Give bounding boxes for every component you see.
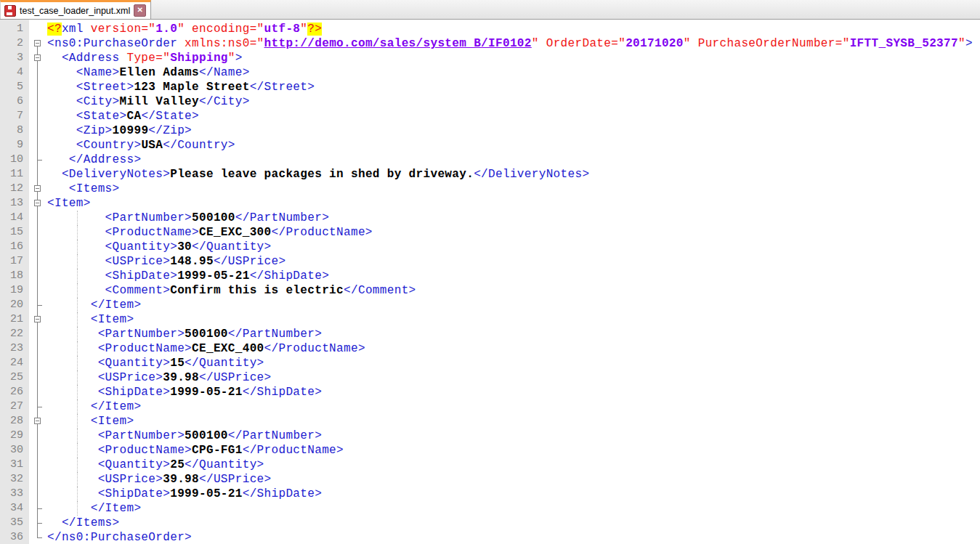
line-number: 20: [0, 298, 29, 312]
code-line[interactable]: <ProductName>CE_EXC_300</ProductName>: [47, 225, 980, 240]
code-area[interactable]: <?xml version="1.0" encoding="utf-8"?><n…: [45, 20, 980, 544]
code-segment-attr: version=": [84, 23, 156, 36]
code-line[interactable]: <PartNumber>500100</PartNumber>: [47, 327, 980, 341]
code-segment-tag: </PartNumber>: [228, 328, 322, 341]
code-line[interactable]: <Quantity>15</Quantity>: [47, 356, 980, 370]
code-segment-tag: </PartNumber>: [235, 211, 329, 224]
fold-toggle-icon[interactable]: [29, 312, 45, 327]
code-line[interactable]: <DeliveryNotes>Please leave packages in …: [47, 167, 980, 182]
code-line[interactable]: <Item>: [47, 312, 980, 327]
code-segment-pi: <?: [47, 23, 62, 36]
fold-marker: [29, 65, 45, 80]
line-number: 31: [0, 458, 29, 472]
line-number: 5: [0, 80, 29, 94]
fold-marker: [29, 443, 45, 458]
fold-marker: [29, 472, 45, 487]
code-segment-tag: <Item>: [47, 415, 134, 428]
code-segment-val: 20171020: [625, 37, 684, 50]
code-segment-text: USA: [141, 139, 163, 152]
line-number: 34: [0, 501, 29, 516]
code-line[interactable]: <City>Mill Valley</City>: [47, 94, 980, 109]
line-number: 6: [0, 94, 29, 109]
code-line[interactable]: <Items>: [47, 182, 980, 196]
fold-marker: [29, 22, 45, 36]
code-line[interactable]: <Comment>Confirm this is electric</Comme…: [47, 283, 980, 298]
code-line[interactable]: <ProductName>CE_EXC_400</ProductName>: [47, 341, 980, 356]
fold-marker: [29, 283, 45, 298]
line-number: 30: [0, 443, 29, 458]
code-segment-tag: </ProductName>: [264, 342, 365, 355]
xml-editor-window: test_case_loader_input.xml ✕ 12345678910…: [0, 0, 980, 544]
code-line[interactable]: <Item>: [47, 414, 980, 429]
code-line[interactable]: <USPrice>39.98</USPrice>: [47, 472, 980, 487]
code-line[interactable]: <Country>USA</Country>: [47, 138, 980, 153]
code-line[interactable]: <Quantity>30</Quantity>: [47, 240, 980, 254]
code-line[interactable]: <Name>Ellen Adams</Name>: [47, 65, 980, 80]
line-number: 21: [0, 312, 29, 327]
fold-toggle-icon[interactable]: [29, 196, 45, 211]
code-segment-tag: <Address: [47, 52, 120, 65]
code-line[interactable]: <Address Type="Shipping">: [47, 51, 980, 65]
code-segment-text: 1999-05-21: [170, 386, 243, 399]
code-line[interactable]: </Items>: [47, 516, 980, 530]
code-segment-tag: <ProductName>: [47, 342, 192, 355]
code-line[interactable]: <Zip>10999</Zip>: [47, 123, 980, 138]
code-segment-tag: </State>: [141, 110, 199, 123]
code-line[interactable]: </Item>: [47, 501, 980, 516]
line-number: 32: [0, 472, 29, 487]
code-segment-tag: <Quantity>: [47, 357, 170, 370]
tab-close-icon[interactable]: ✕: [134, 4, 146, 17]
fold-marker: [29, 80, 45, 94]
code-segment-tag: </Item>: [47, 299, 141, 312]
code-line[interactable]: </Item>: [47, 399, 980, 414]
code-segment-tag: <ShipDate>: [47, 269, 177, 283]
code-line[interactable]: <Quantity>25</Quantity>: [47, 458, 980, 472]
code-segment-tag: <PartNumber>: [47, 328, 185, 341]
code-line[interactable]: <Street>123 Maple Street</Street>: [47, 80, 980, 94]
code-line[interactable]: <State>CA</State>: [47, 109, 980, 123]
code-line[interactable]: <USPrice>148.95</USPrice>: [47, 254, 980, 269]
code-line[interactable]: </Item>: [47, 298, 980, 312]
tab-test-case-loader-input[interactable]: test_case_loader_input.xml ✕: [0, 0, 151, 19]
code-line[interactable]: </Address>: [47, 153, 980, 167]
fold-toggle-icon[interactable]: [29, 36, 45, 51]
code-segment-tag: </USPrice>: [199, 473, 272, 486]
line-number: 16: [0, 240, 29, 254]
code-segment-attr: ": [958, 37, 965, 50]
code-segment-tag: </ns0:PurchaseOrder>: [47, 531, 192, 544]
line-number: 11: [0, 167, 29, 182]
tab-title: test_case_loader_input.xml: [20, 6, 130, 16]
fold-marker: [29, 109, 45, 123]
code-line[interactable]: <PartNumber>500100</PartNumber>: [47, 429, 980, 443]
line-number: 17: [0, 254, 29, 269]
code-line[interactable]: <PartNumber>500100</PartNumber>: [47, 211, 980, 225]
fold-marker: [29, 225, 45, 240]
code-line[interactable]: <Item>: [47, 196, 980, 211]
code-segment-tag: </Name>: [199, 66, 250, 79]
code-segment-val: 1.0: [155, 23, 177, 36]
fold-toggle-icon[interactable]: [29, 414, 45, 429]
code-line[interactable]: <ProductName>CPG-FG1</ProductName>: [47, 443, 980, 458]
code-segment-tag: <ProductName>: [47, 444, 192, 457]
code-segment-text: 123 Maple Street: [134, 81, 249, 94]
code-segment-attr: " PurchaseOrderNumber=": [684, 37, 850, 50]
fold-toggle-icon[interactable]: [29, 182, 45, 196]
code-segment-tag: <ShipDate>: [47, 487, 170, 500]
code-segment-tag: </ProductName>: [243, 444, 344, 457]
fold-marker: [29, 153, 45, 167]
code-line[interactable]: <ShipDate>1999-05-21</ShipDate>: [47, 385, 980, 399]
code-line[interactable]: </ns0:PurchaseOrder>: [47, 530, 980, 544]
fold-marker: [29, 138, 45, 153]
code-line[interactable]: <?xml version="1.0" encoding="utf-8"?>: [47, 22, 980, 36]
code-segment-text: Confirm this is electric: [170, 284, 344, 297]
line-number: 25: [0, 370, 29, 385]
code-line[interactable]: <ns0:PurchaseOrder xmlns:ns0="http://dem…: [47, 36, 980, 51]
unsaved-file-icon: [4, 5, 16, 17]
code-line[interactable]: <USPrice>39.98</USPrice>: [47, 370, 980, 385]
fold-toggle-icon[interactable]: [29, 51, 45, 65]
code-segment-tag: <USPrice>: [47, 255, 170, 268]
code-segment-tag: <Item>: [47, 197, 91, 210]
code-line[interactable]: <ShipDate>1999-05-21</ShipDate>: [47, 487, 980, 501]
line-number: 27: [0, 399, 29, 414]
code-line[interactable]: <ShipDate>1999-05-21</ShipDate>: [47, 269, 980, 283]
